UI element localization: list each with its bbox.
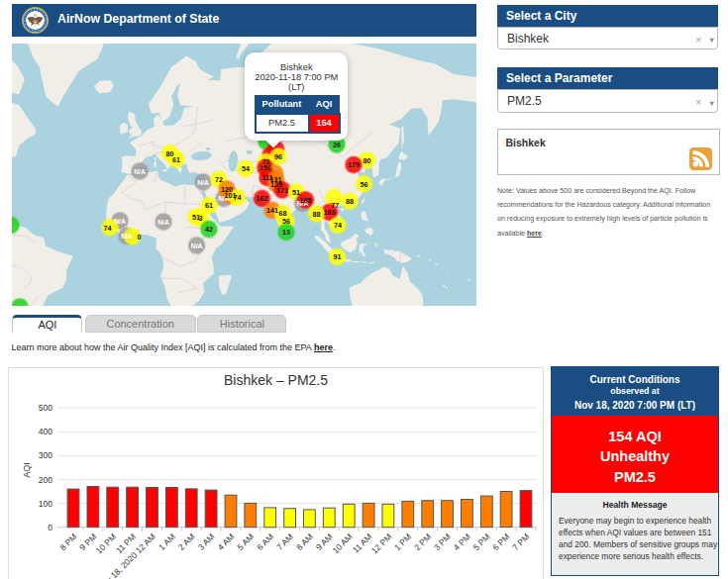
svg-text:2 PM: 2 PM xyxy=(412,531,433,552)
svg-text:N/A: N/A xyxy=(197,179,209,186)
svg-text:6 AM: 6 AM xyxy=(255,531,275,552)
svg-text:0: 0 xyxy=(138,233,142,241)
svg-text:200: 200 xyxy=(39,475,52,485)
svg-text:1 AM: 1 AM xyxy=(156,531,177,552)
svg-text:156: 156 xyxy=(260,163,271,172)
svg-text:162: 162 xyxy=(257,194,268,203)
svg-text:N/A: N/A xyxy=(121,233,133,240)
svg-text:26: 26 xyxy=(333,141,341,149)
svg-text:N/A: N/A xyxy=(191,242,203,249)
svg-text:1 PM: 1 PM xyxy=(392,531,413,552)
svg-text:N/A: N/A xyxy=(114,218,126,225)
svg-text:7 PM: 7 PM xyxy=(510,531,531,552)
svg-text:8 AM: 8 AM xyxy=(294,531,315,552)
svg-text:179: 179 xyxy=(348,160,360,169)
svg-text:100: 100 xyxy=(39,499,52,509)
svg-text:8 PM: 8 PM xyxy=(57,531,78,552)
svg-text:10 AM: 10 AM xyxy=(330,531,354,555)
svg-text:300: 300 xyxy=(39,450,52,460)
svg-text:5 PM: 5 PM xyxy=(471,531,492,552)
svg-text:2 AM: 2 AM xyxy=(176,531,197,552)
svg-text:7 AM: 7 AM xyxy=(274,531,295,552)
svg-text:11 AM: 11 AM xyxy=(351,531,374,555)
svg-text:0: 0 xyxy=(48,523,52,532)
svg-text:AQI: AQI xyxy=(22,462,32,478)
svg-text:54: 54 xyxy=(242,164,250,173)
svg-text:42: 42 xyxy=(205,225,213,234)
svg-text:4 AM: 4 AM xyxy=(216,531,237,552)
svg-text:10 PM: 10 PM xyxy=(94,531,118,555)
svg-text:56: 56 xyxy=(361,180,368,189)
svg-text:4 PM: 4 PM xyxy=(452,531,472,552)
svg-text:74: 74 xyxy=(334,221,342,230)
svg-text:91: 91 xyxy=(334,252,342,261)
svg-text:74: 74 xyxy=(104,224,112,233)
svg-text:80: 80 xyxy=(364,156,371,165)
svg-text:400: 400 xyxy=(39,427,52,436)
svg-text:88: 88 xyxy=(346,197,354,206)
svg-text:3 AM: 3 AM xyxy=(196,531,217,552)
svg-text:141: 141 xyxy=(266,206,278,215)
svg-text:56: 56 xyxy=(282,217,290,226)
svg-text:51: 51 xyxy=(192,213,200,222)
svg-text:5 AM: 5 AM xyxy=(235,531,256,552)
svg-text:61: 61 xyxy=(172,155,180,164)
svg-text:61: 61 xyxy=(205,201,213,210)
svg-text:13: 13 xyxy=(282,228,290,237)
svg-text:163: 163 xyxy=(324,208,336,217)
svg-text:500: 500 xyxy=(39,403,52,413)
svg-text:72: 72 xyxy=(215,175,223,184)
svg-text:N/A: N/A xyxy=(157,219,169,226)
svg-text:165: 165 xyxy=(300,196,312,205)
svg-text:74: 74 xyxy=(234,193,242,202)
svg-text:N/A: N/A xyxy=(134,168,146,175)
svg-text:6 PM: 6 PM xyxy=(490,531,511,552)
svg-text:88: 88 xyxy=(313,210,321,219)
svg-text:12 PM: 12 PM xyxy=(369,531,393,555)
svg-text:96: 96 xyxy=(274,152,282,161)
svg-text:173: 173 xyxy=(276,186,288,195)
svg-text:3 PM: 3 PM xyxy=(432,531,453,552)
